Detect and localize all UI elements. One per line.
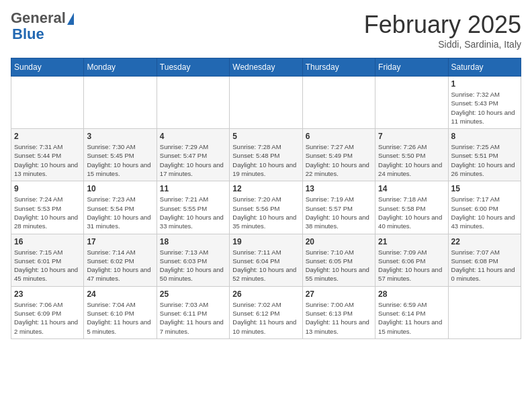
- day-number: 17: [87, 237, 153, 246]
- day-info: Sunrise: 7:29 AM Sunset: 5:47 PM Dayligh…: [160, 142, 226, 178]
- day-number: 25: [160, 289, 226, 299]
- day-info: Sunrise: 7:26 AM Sunset: 5:50 PM Dayligh…: [378, 142, 445, 178]
- calendar-cell: 3Sunrise: 7:30 AM Sunset: 5:45 PM Daylig…: [84, 129, 157, 181]
- calendar-cell: 5Sunrise: 7:28 AM Sunset: 5:48 PM Daylig…: [230, 129, 302, 181]
- day-number: 27: [306, 289, 372, 299]
- day-number: 14: [378, 184, 445, 193]
- calendar-cell: [84, 77, 157, 129]
- day-info: Sunrise: 7:14 AM Sunset: 6:02 PM Dayligh…: [87, 248, 153, 283]
- day-of-week-header: Wednesday: [230, 58, 302, 77]
- day-info: Sunrise: 7:06 AM Sunset: 6:09 PM Dayligh…: [14, 300, 81, 336]
- day-info: Sunrise: 7:23 AM Sunset: 5:54 PM Dayligh…: [87, 195, 153, 230]
- day-number: 1: [451, 79, 518, 89]
- calendar-cell: 11Sunrise: 7:21 AM Sunset: 5:55 PM Dayli…: [157, 181, 229, 234]
- day-number: 8: [451, 132, 518, 141]
- day-number: 23: [14, 289, 81, 299]
- logo: General Blue: [11, 11, 74, 43]
- day-number: 5: [232, 132, 299, 141]
- day-of-week-header: Saturday: [448, 58, 521, 77]
- day-number: 12: [232, 184, 299, 193]
- calendar-cell: [157, 77, 229, 129]
- calendar-cell: [230, 77, 302, 129]
- day-number: 7: [378, 132, 445, 141]
- calendar-week-row: 23Sunrise: 7:06 AM Sunset: 6:09 PM Dayli…: [11, 286, 521, 338]
- day-info: Sunrise: 7:00 AM Sunset: 6:13 PM Dayligh…: [306, 300, 372, 336]
- calendar-cell: 9Sunrise: 7:24 AM Sunset: 5:53 PM Daylig…: [11, 181, 84, 234]
- day-of-week-header: Friday: [375, 58, 448, 77]
- day-of-week-header: Thursday: [302, 58, 375, 77]
- calendar-cell: 10Sunrise: 7:23 AM Sunset: 5:54 PM Dayli…: [84, 181, 157, 234]
- day-number: 24: [87, 289, 153, 299]
- day-number: 9: [14, 184, 81, 193]
- day-number: 11: [160, 184, 226, 193]
- calendar-cell: 2Sunrise: 7:31 AM Sunset: 5:44 PM Daylig…: [11, 129, 84, 181]
- day-info: Sunrise: 7:31 AM Sunset: 5:44 PM Dayligh…: [14, 142, 81, 178]
- day-info: Sunrise: 7:30 AM Sunset: 5:45 PM Dayligh…: [87, 142, 153, 178]
- calendar-cell: 25Sunrise: 7:03 AM Sunset: 6:11 PM Dayli…: [157, 286, 229, 338]
- day-number: 19: [232, 237, 299, 246]
- day-of-week-header: Sunday: [11, 58, 84, 77]
- day-info: Sunrise: 7:10 AM Sunset: 6:05 PM Dayligh…: [306, 248, 372, 283]
- calendar-week-row: 16Sunrise: 7:15 AM Sunset: 6:01 PM Dayli…: [11, 234, 521, 286]
- calendar-cell: 21Sunrise: 7:09 AM Sunset: 6:06 PM Dayli…: [375, 234, 448, 286]
- day-number: 13: [306, 184, 372, 193]
- title-block: February 2025 Siddi, Sardinia, Italy: [364, 11, 521, 50]
- calendar-cell: 4Sunrise: 7:29 AM Sunset: 5:47 PM Daylig…: [157, 129, 229, 181]
- day-number: 22: [451, 237, 518, 246]
- day-info: Sunrise: 7:11 AM Sunset: 6:04 PM Dayligh…: [232, 248, 299, 283]
- calendar-cell: 12Sunrise: 7:20 AM Sunset: 5:56 PM Dayli…: [230, 181, 302, 234]
- day-number: 2: [14, 132, 81, 141]
- calendar-week-row: 2Sunrise: 7:31 AM Sunset: 5:44 PM Daylig…: [11, 129, 521, 181]
- calendar-cell: 18Sunrise: 7:13 AM Sunset: 6:03 PM Dayli…: [157, 234, 229, 286]
- day-info: Sunrise: 7:25 AM Sunset: 5:51 PM Dayligh…: [451, 142, 518, 178]
- day-info: Sunrise: 7:32 AM Sunset: 5:43 PM Dayligh…: [451, 90, 518, 126]
- calendar-cell: [375, 77, 448, 129]
- calendar-cell: 20Sunrise: 7:10 AM Sunset: 6:05 PM Dayli…: [302, 234, 375, 286]
- calendar-week-row: 1Sunrise: 7:32 AM Sunset: 5:43 PM Daylig…: [11, 77, 521, 129]
- calendar-cell: 17Sunrise: 7:14 AM Sunset: 6:02 PM Dayli…: [84, 234, 157, 286]
- calendar-cell: 27Sunrise: 7:00 AM Sunset: 6:13 PM Dayli…: [302, 286, 375, 338]
- day-info: Sunrise: 6:59 AM Sunset: 6:14 PM Dayligh…: [378, 300, 445, 336]
- day-info: Sunrise: 7:07 AM Sunset: 6:08 PM Dayligh…: [451, 248, 518, 283]
- day-info: Sunrise: 7:15 AM Sunset: 6:01 PM Dayligh…: [14, 248, 81, 283]
- day-info: Sunrise: 7:04 AM Sunset: 6:10 PM Dayligh…: [87, 300, 153, 336]
- day-info: Sunrise: 7:24 AM Sunset: 5:53 PM Dayligh…: [14, 195, 81, 230]
- day-number: 3: [87, 132, 153, 141]
- calendar-cell: 28Sunrise: 6:59 AM Sunset: 6:14 PM Dayli…: [375, 286, 448, 338]
- day-info: Sunrise: 7:02 AM Sunset: 6:12 PM Dayligh…: [232, 300, 299, 336]
- calendar-cell: 7Sunrise: 7:26 AM Sunset: 5:50 PM Daylig…: [375, 129, 448, 181]
- logo-blue: Blue: [11, 26, 44, 43]
- logo-general: General: [11, 11, 66, 26]
- calendar-cell: 6Sunrise: 7:27 AM Sunset: 5:49 PM Daylig…: [302, 129, 375, 181]
- day-number: 20: [306, 237, 372, 246]
- day-number: 15: [451, 184, 518, 193]
- day-number: 6: [306, 132, 372, 141]
- day-info: Sunrise: 7:28 AM Sunset: 5:48 PM Dayligh…: [232, 142, 299, 178]
- days-of-week-row: SundayMondayTuesdayWednesdayThursdayFrid…: [11, 58, 521, 77]
- day-number: 26: [232, 289, 299, 299]
- location: Siddi, Sardinia, Italy: [364, 39, 521, 50]
- calendar-cell: 14Sunrise: 7:18 AM Sunset: 5:58 PM Dayli…: [375, 181, 448, 234]
- day-number: 4: [160, 132, 226, 141]
- day-info: Sunrise: 7:18 AM Sunset: 5:58 PM Dayligh…: [378, 195, 445, 230]
- calendar: SundayMondayTuesdayWednesdayThursdayFrid…: [11, 58, 521, 339]
- day-number: 16: [14, 237, 81, 246]
- calendar-cell: 23Sunrise: 7:06 AM Sunset: 6:09 PM Dayli…: [11, 286, 84, 338]
- day-info: Sunrise: 7:21 AM Sunset: 5:55 PM Dayligh…: [160, 195, 226, 230]
- calendar-cell: [11, 77, 84, 129]
- calendar-cell: 19Sunrise: 7:11 AM Sunset: 6:04 PM Dayli…: [230, 234, 302, 286]
- logo-triangle-icon: [67, 13, 74, 25]
- page-header: General Blue February 2025 Siddi, Sardin…: [11, 11, 521, 50]
- day-info: Sunrise: 7:17 AM Sunset: 6:00 PM Dayligh…: [451, 195, 518, 230]
- day-number: 10: [87, 184, 153, 193]
- day-number: 28: [378, 289, 445, 299]
- calendar-cell: [448, 286, 521, 338]
- day-info: Sunrise: 7:09 AM Sunset: 6:06 PM Dayligh…: [378, 248, 445, 283]
- calendar-cell: [302, 77, 375, 129]
- calendar-header: SundayMondayTuesdayWednesdayThursdayFrid…: [11, 58, 521, 77]
- day-info: Sunrise: 7:13 AM Sunset: 6:03 PM Dayligh…: [160, 248, 226, 283]
- month-title: February 2025: [364, 11, 521, 39]
- day-info: Sunrise: 7:20 AM Sunset: 5:56 PM Dayligh…: [232, 195, 299, 230]
- calendar-cell: 1Sunrise: 7:32 AM Sunset: 5:43 PM Daylig…: [448, 77, 521, 129]
- day-number: 18: [160, 237, 226, 246]
